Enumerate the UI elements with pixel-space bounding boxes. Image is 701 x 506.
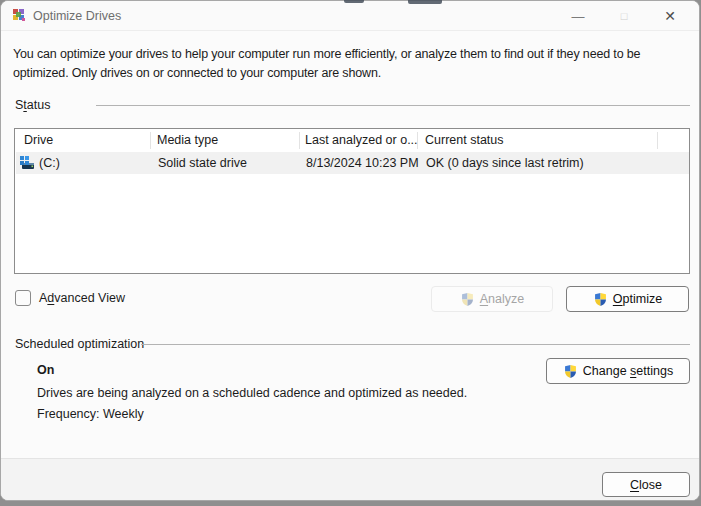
optimize-drives-dialog: Optimize Drives — □ ✕ You can optimize y…	[0, 0, 700, 501]
uac-shield-icon	[460, 292, 475, 307]
description-line-2: optimized. Only drives on or connected t…	[13, 64, 640, 83]
advanced-view-label[interactable]: Advanced View	[39, 291, 125, 305]
background-window-artifact	[344, 0, 364, 3]
status-group-label: Status	[15, 98, 50, 112]
close-button-label: Close	[630, 478, 662, 492]
close-button[interactable]: Close	[602, 472, 690, 497]
cell-current-status: OK (0 days since last retrim)	[426, 156, 584, 170]
status-group-rule	[96, 105, 690, 106]
column-header-drive[interactable]: Drive	[24, 133, 53, 147]
frequency-text: Frequency: Weekly	[37, 407, 144, 421]
dialog-description: You can optimize your drives to help you…	[13, 45, 640, 83]
scheduled-group-label: Scheduled optimization	[15, 337, 144, 351]
minimize-icon: —	[572, 9, 585, 24]
titlebar[interactable]: Optimize Drives — □ ✕	[1, 1, 699, 31]
column-header-media-type[interactable]: Media type	[157, 133, 218, 147]
table-row-drive-c[interactable]: (C:) Solid state drive 8/13/2024 10:23 P…	[16, 152, 689, 174]
system-drive-icon	[19, 155, 35, 171]
window-title: Optimize Drives	[33, 9, 121, 23]
analyze-button[interactable]: Analyze	[431, 286, 553, 312]
cell-media-type: Solid state drive	[158, 156, 247, 170]
change-settings-button[interactable]: Change settings	[546, 358, 690, 384]
uac-shield-icon	[563, 364, 578, 379]
description-line-1: You can optimize your drives to help you…	[13, 45, 640, 64]
close-window-button[interactable]: ✕	[647, 1, 693, 31]
background-window-artifact	[408, 0, 442, 4]
maximize-icon: □	[621, 10, 628, 22]
optimize-button-label: Optimize	[613, 292, 662, 306]
scheduled-group-rule	[141, 344, 690, 345]
screen: { "colors": { "titlebar_bg": "#fafafa", …	[0, 0, 701, 506]
optimize-button[interactable]: Optimize	[566, 286, 689, 312]
cell-drive: (C:)	[39, 156, 60, 170]
defrag-app-icon	[11, 8, 27, 24]
column-separator[interactable]	[657, 132, 658, 149]
column-separator[interactable]	[299, 132, 300, 149]
analyze-button-label: Analyze	[480, 292, 524, 306]
advanced-view-checkbox[interactable]	[15, 290, 31, 306]
close-icon: ✕	[664, 8, 676, 24]
maximize-button[interactable]: □	[601, 1, 647, 31]
cell-last-analyzed: 8/13/2024 10:23 PM	[306, 156, 419, 170]
column-header-current-status[interactable]: Current status	[425, 133, 504, 147]
dialog-footer: Close	[1, 458, 699, 501]
column-separator[interactable]	[417, 132, 418, 149]
scheduled-description: Drives are being analyzed on a scheduled…	[37, 386, 467, 400]
column-separator[interactable]	[150, 132, 151, 149]
uac-shield-icon	[593, 292, 608, 307]
drive-list[interactable]: Drive Media type Last analyzed or o... C…	[14, 128, 690, 274]
minimize-button[interactable]: —	[555, 1, 601, 31]
drive-list-header: Drive Media type Last analyzed or o... C…	[15, 129, 689, 152]
scheduled-state: On	[37, 363, 54, 377]
column-header-last-analyzed[interactable]: Last analyzed or o...	[305, 133, 418, 147]
change-settings-label: Change settings	[583, 364, 673, 378]
